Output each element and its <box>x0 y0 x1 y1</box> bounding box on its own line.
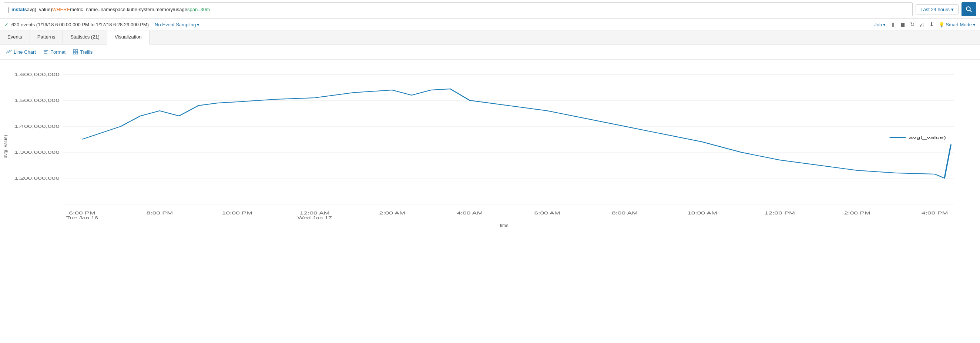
query-metric: metric_name=namespace.kube-system.memory… <box>70 7 187 12</box>
chart-inner: 1,600,000,000 1,500,000,000 1,400,000,00… <box>11 63 980 230</box>
svg-rect-6 <box>76 49 78 51</box>
trellis-label: Trellis <box>80 49 92 55</box>
svg-rect-4 <box>44 53 48 54</box>
query-span-value: =30m <box>197 7 210 12</box>
svg-text:1,500,000,000: 1,500,000,000 <box>14 98 60 103</box>
no-event-sampling-btn[interactable]: No Event Sampling ▾ <box>155 22 199 27</box>
svg-rect-8 <box>76 52 78 54</box>
svg-text:8:00 PM: 8:00 PM <box>146 211 173 215</box>
smart-mode-chevron: ▾ <box>973 22 975 27</box>
search-bar: | mstats avg(_value) WHERE metric_name=n… <box>0 0 980 19</box>
svg-rect-2 <box>44 50 48 51</box>
status-right: Job ▾ ⏸ ⏹ ↻ 🖨 ⬇ 💡 Smart Mode ▾ <box>874 21 975 28</box>
search-input[interactable]: | mstats avg(_value) WHERE metric_name=n… <box>4 2 913 16</box>
svg-text:1,300,000,000: 1,300,000,000 <box>14 150 60 155</box>
chart-svg: 1,600,000,000 1,500,000,000 1,400,000,00… <box>11 63 980 219</box>
time-range-label: Last 24 hours <box>920 7 950 12</box>
tab-events[interactable]: Events <box>0 30 30 44</box>
svg-text:6:00 AM: 6:00 AM <box>534 211 560 215</box>
svg-text:10:00 PM: 10:00 PM <box>222 211 252 215</box>
svg-rect-3 <box>44 51 47 52</box>
query-span-keyword: span <box>187 7 197 12</box>
x-axis-label: _time <box>11 220 980 230</box>
no-event-sampling-chevron: ▾ <box>197 22 199 27</box>
svg-point-0 <box>966 7 970 11</box>
query-func: avg(_value) <box>27 7 52 12</box>
svg-text:Tue Jan 16: Tue Jan 16 <box>66 216 99 219</box>
job-chevron: ▾ <box>883 22 886 27</box>
format-label: Format <box>50 49 65 55</box>
print-button[interactable]: 🖨 <box>919 21 925 28</box>
line-chart-button[interactable]: Line Chart <box>6 49 36 55</box>
download-button[interactable]: ⬇ <box>929 21 934 28</box>
smart-mode-icon: 💡 <box>939 22 945 27</box>
query-where: WHERE <box>52 7 70 12</box>
chart-container: avg(_value) 1,600,000,000 1,500,000,000 … <box>0 60 980 233</box>
tab-statistics[interactable]: Statistics (21) <box>63 30 107 44</box>
smart-mode-label: Smart Mode <box>946 22 972 27</box>
search-icon <box>966 6 972 13</box>
pipe-symbol: | <box>8 6 9 13</box>
svg-text:1,400,000,000: 1,400,000,000 <box>14 124 60 129</box>
format-button[interactable]: Format <box>43 49 65 55</box>
svg-text:2:00 AM: 2:00 AM <box>379 211 405 215</box>
svg-text:6:00 PM: 6:00 PM <box>69 211 95 215</box>
svg-text:4:00 AM: 4:00 AM <box>457 211 483 215</box>
check-icon: ✓ <box>5 22 8 27</box>
svg-text:2:00 PM: 2:00 PM <box>844 211 870 215</box>
smart-mode-button[interactable]: 💡 Smart Mode ▾ <box>939 22 975 27</box>
line-chart-label: Line Chart <box>14 49 36 55</box>
refresh-button[interactable]: ↻ <box>910 21 915 28</box>
job-label: Job <box>874 22 882 27</box>
job-button[interactable]: Job ▾ <box>874 22 886 27</box>
svg-text:Wed Jan 17: Wed Jan 17 <box>298 216 332 219</box>
format-icon <box>43 49 48 54</box>
status-bar: ✓ 620 events (1/16/18 6:00:00.000 PM to … <box>0 19 980 30</box>
legend-label: avg(_value) <box>909 135 946 140</box>
svg-text:12:00 PM: 12:00 PM <box>765 211 795 215</box>
tab-patterns[interactable]: Patterns <box>30 30 63 44</box>
tabs-bar: Events Patterns Statistics (21) Visualiz… <box>0 30 980 45</box>
tab-visualization[interactable]: Visualization <box>107 30 150 45</box>
svg-text:10:00 AM: 10:00 AM <box>687 211 717 215</box>
stop-button[interactable]: ⏹ <box>900 21 905 28</box>
line-chart-icon <box>6 49 12 55</box>
search-button[interactable] <box>961 2 976 16</box>
svg-text:1,600,000,000: 1,600,000,000 <box>14 72 60 77</box>
trellis-icon <box>73 49 78 54</box>
svg-rect-5 <box>73 49 75 51</box>
viz-toolbar: Line Chart Format Trellis <box>0 45 980 60</box>
events-text: 620 events (1/16/18 6:00:00.000 PM to 1/… <box>11 22 149 27</box>
y-axis-label: avg(_value) <box>0 63 11 230</box>
svg-rect-7 <box>73 52 75 54</box>
svg-line-1 <box>970 10 972 12</box>
svg-text:12:00 AM: 12:00 AM <box>300 211 330 215</box>
time-range-button[interactable]: Last 24 hours ▾ <box>916 5 959 14</box>
trellis-button[interactable]: Trellis <box>73 49 92 55</box>
query-keyword: mstats <box>11 7 27 12</box>
time-range-chevron: ▾ <box>951 7 954 12</box>
pause-button[interactable]: ⏸ <box>890 21 896 28</box>
no-event-sampling-label: No Event Sampling <box>155 22 196 27</box>
chart-line <box>82 89 951 178</box>
svg-text:4:00 PM: 4:00 PM <box>921 211 948 215</box>
svg-text:8:00 AM: 8:00 AM <box>612 211 638 215</box>
svg-text:1,200,000,000: 1,200,000,000 <box>14 176 60 180</box>
status-events: ✓ 620 events (1/16/18 6:00:00.000 PM to … <box>5 22 149 27</box>
